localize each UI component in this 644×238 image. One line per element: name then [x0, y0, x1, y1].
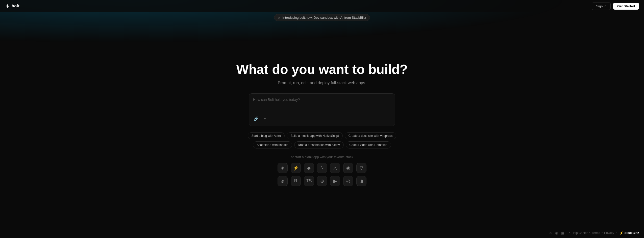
attach-icon[interactable]: 🔗: [253, 116, 259, 122]
stack-row-1: ◈⚡◆N△◉▽: [278, 163, 366, 173]
navbar-actions: Sign In Get Started: [592, 3, 639, 10]
privacy-link[interactable]: Privacy: [604, 231, 614, 235]
chip-chip-slidev[interactable]: Draft a presentation with Slidev: [294, 141, 344, 148]
main-content: What do you want to build? Prompt, run, …: [0, 0, 644, 238]
footer-dot-3: •: [602, 231, 603, 235]
navbar: bolt Sign In Get Started: [0, 0, 644, 12]
chip-chip-shadcn[interactable]: Scaffold UI with shadcn: [253, 141, 292, 148]
chip-chip-astro[interactable]: Start a blog with Astro: [248, 132, 285, 139]
help-center-link[interactable]: Help Center: [572, 231, 588, 235]
stack-icon-unkn1[interactable]: ◎: [343, 176, 353, 186]
announcement-inner[interactable]: ✕ Introducing bolt.new: Dev sandbox with…: [274, 14, 370, 21]
stack-icon-nuxt[interactable]: ◆: [304, 163, 314, 173]
stack-icon-nitro[interactable]: N: [317, 163, 327, 173]
enhance-icon[interactable]: ✦: [262, 116, 268, 122]
logo-text: bolt: [12, 4, 19, 8]
headline-bold: build?: [368, 62, 408, 77]
chip-chip-remotion[interactable]: Code a video with Remotion: [346, 141, 391, 148]
footer-dot-2: •: [589, 231, 590, 235]
stack-icon-vocs[interactable]: ▽: [356, 163, 366, 173]
stack-label: or start a blank app with your favorite …: [291, 155, 353, 159]
stack-icon-typescript[interactable]: TS: [304, 176, 314, 186]
stack-icon-vue[interactable]: △: [330, 163, 340, 173]
logo[interactable]: bolt: [5, 4, 19, 9]
chip-chip-vitepress[interactable]: Create a docs site with Vitepress: [345, 132, 397, 139]
announcement-close-icon: ✕: [278, 16, 280, 19]
stack-icon-qwik[interactable]: ⌀: [278, 176, 288, 186]
discord-icon[interactable]: ▣: [561, 231, 564, 235]
footer-dot-4: •: [615, 231, 616, 235]
footer-social-icons: ✕ ◉ ▣: [549, 231, 564, 235]
announcement-text: Introducing bolt.new: Dev sandbox with A…: [282, 16, 366, 19]
stack-icon-remix[interactable]: R: [291, 176, 301, 186]
footer-dot-1: •: [569, 231, 570, 235]
stack-icon-analog[interactable]: ◉: [343, 163, 353, 173]
chips-row-1: Start a blog with AstroBuild a mobile ap…: [248, 132, 397, 139]
get-started-button[interactable]: Get Started: [613, 3, 639, 10]
stack-row-2: ⌀RTS⊕▶◎◑: [278, 176, 366, 186]
headline-part1: What do you want to: [236, 62, 368, 77]
github-icon[interactable]: ◉: [555, 231, 558, 235]
stack-icon-webcontainers[interactable]: ⊕: [317, 176, 327, 186]
headline: What do you want to build?: [236, 62, 408, 77]
stackblitz-text: StackBlitz: [625, 231, 639, 235]
stackblitz-icon: ⚡: [619, 231, 624, 235]
footer: ✕ ◉ ▣ • Help Center • Terms • Privacy • …: [0, 228, 644, 238]
sign-in-button[interactable]: Sign In: [592, 3, 610, 10]
chips-row-2: Scaffold UI with shadcnDraft a presentat…: [253, 141, 391, 148]
stack-icon-astro[interactable]: ◈: [278, 163, 288, 173]
twitter-icon[interactable]: ✕: [549, 231, 552, 235]
terms-link[interactable]: Terms: [592, 231, 600, 235]
chat-input[interactable]: [253, 98, 391, 113]
stack-icon-vite[interactable]: ⚡: [291, 163, 301, 173]
bolt-logo-icon: [5, 4, 10, 9]
stack-icon-unkn2[interactable]: ◑: [356, 176, 366, 186]
stack-icons: ◈⚡◆N△◉▽ ⌀RTS⊕▶◎◑: [278, 163, 366, 186]
stack-icon-solidjs[interactable]: ▶: [330, 176, 340, 186]
chat-box: 🔗 ✦: [249, 93, 395, 126]
chip-chip-nativescript[interactable]: Build a mobile app with NativeScript: [287, 132, 342, 139]
chat-toolbar: 🔗 ✦: [253, 116, 391, 122]
subheadline: Prompt, run, edit, and deploy full-stack…: [278, 81, 366, 85]
announcement-bar: ✕ Introducing bolt.new: Dev sandbox with…: [0, 12, 644, 23]
footer-brand[interactable]: ⚡ StackBlitz: [619, 231, 639, 235]
